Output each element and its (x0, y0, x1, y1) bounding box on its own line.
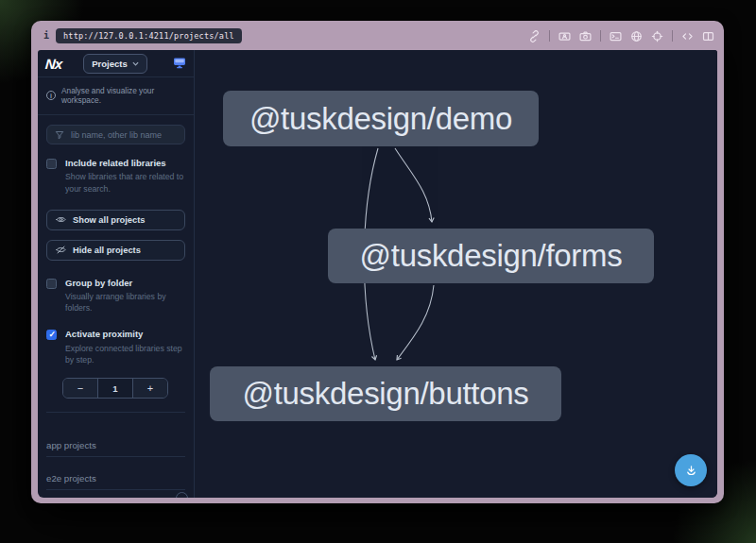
globe-icon[interactable] (630, 29, 643, 42)
group-by-folder-row: Group by folder Visually arrange librari… (46, 278, 185, 314)
nx-logo[interactable]: Nx (44, 56, 61, 72)
edge-forms-to-buttons (397, 285, 434, 360)
browser-window: i http://127.0.0.1:4211/projects/all (31, 21, 724, 503)
sidebar-header: Nx Projects (38, 50, 194, 77)
stepper-increment-button[interactable]: + (133, 379, 167, 398)
activate-proximity-row: Activate proximity Explore connected lib… (46, 329, 185, 365)
projects-dropdown-label: Projects (92, 59, 128, 69)
hide-all-projects-button[interactable]: Hide all projects (46, 240, 185, 261)
crosshair-icon[interactable] (651, 29, 663, 42)
camera-icon[interactable] (579, 29, 592, 42)
group-by-folder-description: Visually arrange libraries by folders. (65, 291, 186, 314)
tagline-text: Analyse and visualize your workspace. (61, 86, 186, 105)
graph-node-buttons[interactable]: @tuskdesign/buttons (210, 366, 561, 421)
show-all-projects-button[interactable]: Show all projects (46, 210, 185, 230)
dependency-graph-canvas[interactable]: @tuskdesign/demo @tuskdesign/forms @tusk… (195, 50, 717, 498)
toolbar-separator (549, 30, 550, 42)
eye-icon (56, 214, 66, 225)
titlebar-toolbar (528, 29, 714, 42)
info-icon: i (46, 91, 56, 100)
divider (46, 412, 185, 413)
hide-all-projects-label: Hide all projects (73, 246, 141, 255)
stepper-value: 1 (97, 379, 133, 398)
download-icon (684, 464, 698, 478)
include-related-checkbox[interactable] (46, 159, 57, 169)
columns-icon[interactable] (702, 29, 714, 42)
group-by-folder-label: Group by folder (65, 278, 186, 288)
search-input[interactable] (71, 130, 177, 140)
search-box (46, 125, 185, 144)
toolbar-separator (600, 30, 601, 42)
sidebar: Nx Projects i Analyse and visualize your… (38, 50, 195, 498)
monitor-icon[interactable] (173, 57, 186, 71)
tagline-row: i Analyse and visualize your workspace. (38, 77, 194, 115)
funnel-icon (55, 130, 64, 140)
chevron-down-icon (132, 61, 139, 66)
toolbar-separator (672, 30, 673, 42)
id-card-icon[interactable] (558, 29, 571, 42)
sidebar-section-e2e-projects[interactable]: e2e projects (46, 457, 185, 490)
graph-node-demo[interactable]: @tuskdesign/demo (223, 91, 539, 146)
proximity-stepper: − 1 + (62, 378, 168, 399)
stepper-decrement-button[interactable]: − (63, 379, 97, 398)
activate-proximity-description: Explore connected libraries step by step… (65, 343, 186, 365)
info-glyph-icon: i (43, 30, 49, 41)
sidebar-section-app-projects[interactable]: app projects (46, 424, 185, 457)
group-by-folder-checkbox[interactable] (46, 279, 57, 289)
link-icon[interactable] (528, 29, 541, 42)
activate-proximity-checkbox[interactable] (46, 330, 57, 340)
projects-dropdown[interactable]: Projects (83, 54, 147, 74)
title-bar: i http://127.0.0.1:4211/projects/all (31, 21, 724, 50)
edge-demo-to-forms (395, 148, 432, 222)
app-content: Nx Projects i Analyse and visualize your… (38, 50, 717, 498)
sidebar-section-lib-projects[interactable]: lib projects (46, 490, 185, 498)
include-related-description: Show libraries that are related to your … (65, 171, 186, 194)
url-address[interactable]: http://127.0.0.1:4211/projects/all (56, 28, 242, 43)
include-related-row: Include related libraries Show libraries… (46, 158, 185, 195)
terminal-icon[interactable] (610, 29, 622, 42)
include-related-label: Include related libraries (65, 158, 186, 168)
partial-section-icon (176, 492, 188, 498)
show-all-projects-label: Show all projects (73, 215, 145, 225)
download-image-button[interactable] (675, 454, 707, 486)
code-icon[interactable] (681, 29, 694, 42)
eye-off-icon (56, 245, 66, 255)
activate-proximity-label: Activate proximity (65, 329, 186, 339)
graph-node-forms[interactable]: @tuskdesign/forms (328, 229, 654, 283)
